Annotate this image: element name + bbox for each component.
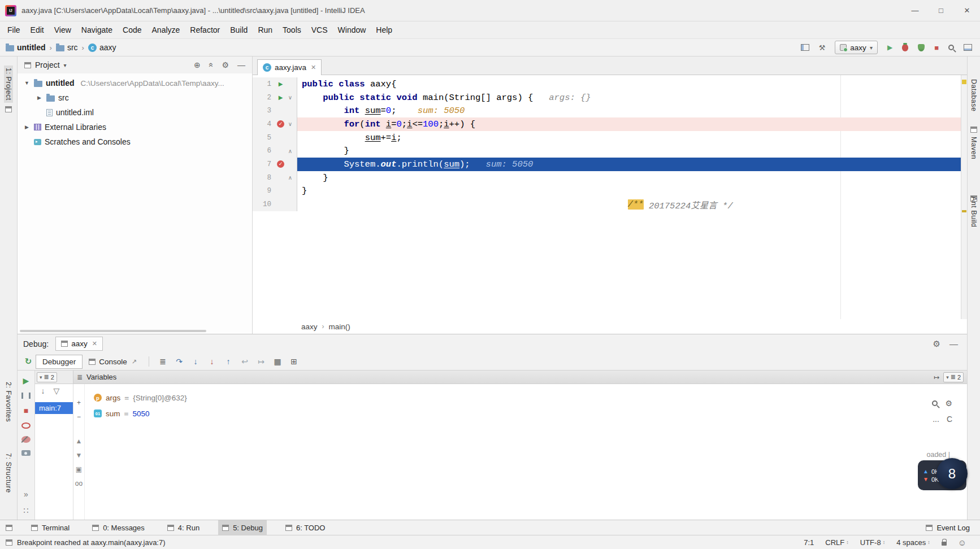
toolwindow-switcher-icon[interactable] [6,525,12,531]
menu-build[interactable]: Build [225,23,253,37]
move-watch-down-icon[interactable]: ▼ [75,451,84,459]
close-tab-icon[interactable]: ✕ [311,64,316,71]
toolwindow-button-6-todo[interactable]: 6: TODO [281,520,329,535]
view-as-table-icon[interactable]: ▦ [273,357,282,366]
run-gutter-icon[interactable]: ▶ [279,94,283,101]
add-watch-icon[interactable]: + [75,399,84,407]
code-text[interactable]: public class aaxy{ [297,77,961,91]
search-icon[interactable] [932,400,938,406]
view-breakpoints-icon[interactable] [21,422,31,429]
frame-main[interactable]: main:7 [35,402,73,414]
camera-icon[interactable] [21,450,31,456]
encoding-widget[interactable]: UTF-8 ↕ [860,538,885,547]
more-icon[interactable]: » [21,490,31,499]
mute-breakpoints-icon[interactable] [21,436,31,443]
fold-icon[interactable]: ∧ [286,175,294,181]
fold-icon[interactable]: ∨ [286,121,294,127]
chevron-down-icon[interactable]: ▾ [64,62,67,68]
sidebar-item-ant-build[interactable]: Ant Build [970,197,978,228]
thread-selector[interactable]: ▾ ≣ 2 [37,372,57,382]
switcher-grid-icon[interactable]: ∷ [21,506,31,515]
breadcrumb-aaxy[interactable]: caaxy [88,43,116,52]
tree-item-src[interactable]: ▶src [18,90,252,105]
pin-icon[interactable]: ↦ [934,373,939,381]
minimize-button[interactable]: — [902,0,928,21]
sort-frames-icon[interactable]: ↓ [38,386,47,395]
code-editor[interactable]: 1▶public class aaxy{2▶∨ public static vo… [253,75,961,319]
more-button[interactable]: ... [933,415,939,424]
view-selector[interactable]: ▾ ≣ 2 [943,372,964,382]
tab-debugger[interactable]: Debugger [36,355,83,369]
remove-watch-icon[interactable]: − [75,413,84,421]
tree-item-scratches-and-consoles[interactable]: Scratches and Consoles [18,134,252,149]
close-button[interactable]: ✕ [954,0,980,21]
project-toolwindow-icon[interactable] [5,106,12,112]
menu-view[interactable]: View [49,23,76,37]
fold-icon[interactable]: ∨ [286,94,294,101]
hector-icon[interactable]: ☺ [958,538,966,547]
menu-analyze[interactable]: Analyze [147,23,185,37]
horizontal-scrollbar[interactable] [20,330,206,332]
toolwindow-button-4-run[interactable]: 4: Run [163,520,203,535]
sidebar-item-project[interactable]: 1: Project [4,66,13,103]
sidebar-item-structure[interactable]: 7: Structure [5,453,12,493]
run-gutter-icon[interactable]: ▶ [279,81,283,87]
maven-toolwindow-icon[interactable] [970,127,977,133]
tree-item-untitled-iml[interactable]: untitled.iml [18,105,252,120]
warning-mark[interactable] [962,210,966,212]
breakpoint-icon[interactable]: ✓ [277,120,284,128]
toolwindow-button-terminal[interactable]: Terminal [27,520,73,535]
code-text[interactable]: sum+=i; [297,131,961,145]
menu-code[interactable]: Code [118,23,146,37]
drop-frame-icon[interactable]: ↩ [240,357,249,366]
stop-icon[interactable]: ■ [21,406,31,415]
tree-arrow-icon[interactable]: ▼ [23,80,31,86]
show-execution-point-icon[interactable]: ≣ [158,357,167,366]
debug-session-tab[interactable]: aaxy ✕ [55,337,103,351]
warning-mark[interactable] [962,80,966,84]
breakpoint-icon[interactable]: ✓ [277,160,284,168]
search-everywhere-icon[interactable] [948,45,954,50]
breadcrumb-src[interactable]: src [56,43,78,52]
code-text[interactable]: } [297,144,961,158]
tree-item-untitled[interactable]: ▼untitledC:\Users\acer\AppData\Local\Tem… [18,76,252,90]
code-text[interactable]: int sum=0; sum: 5050 [297,104,961,117]
menu-run[interactable]: Run [253,23,277,37]
editor-breadcrumb-main[interactable]: main() [329,323,350,331]
menu-edit[interactable]: Edit [25,23,49,37]
tree-arrow-icon[interactable]: ▶ [36,95,43,101]
tree-item-external-libraries[interactable]: ▶External Libraries [18,120,252,134]
resume-icon[interactable]: ▶ [21,376,31,385]
editor-tab-aaxy[interactable]: c aaxy.java ✕ [257,59,322,75]
duplicate-watch-icon[interactable]: ▣ [75,465,84,473]
show-watches-icon[interactable]: oo [75,480,84,487]
caret-position[interactable]: 7:1 [804,538,814,547]
sidebar-item-favorites[interactable]: 2: Favorites [5,382,12,422]
fold-icon[interactable]: ∧ [286,148,294,154]
menu-file[interactable]: File [2,23,25,37]
run-to-cursor-icon[interactable]: ↦ [257,357,266,366]
sidebar-item-database[interactable]: Database [970,79,978,112]
coverage-button[interactable] [918,44,925,51]
filter-frames-icon[interactable]: ▽ [52,386,61,395]
code-text[interactable]: } [297,171,961,185]
hide-panel-icon[interactable]: — [949,339,958,348]
toolwindow-button-0-messages[interactable]: 0: Messages [88,520,149,535]
stop-button[interactable]: ■ [934,43,939,52]
rerun-icon[interactable]: ↻ [21,356,36,367]
maximize-button[interactable]: □ [928,0,954,21]
toolwindow-toggle-icon[interactable] [6,539,12,546]
tree-arrow-icon[interactable]: ▶ [23,124,31,130]
step-out-icon[interactable]: ↑ [224,357,233,366]
code-text[interactable]: System.out.println(sum); sum: 5050 [297,158,961,171]
sidebar-item-maven[interactable]: Maven [970,137,978,159]
menu-vcs[interactable]: VCS [306,23,333,37]
line-ending-widget[interactable]: CRLF ↕ [825,538,848,547]
menu-window[interactable]: Window [333,23,371,37]
gear-icon[interactable]: ⚙ [933,339,940,349]
tab-console[interactable]: Console ↗ [83,355,143,369]
menu-tools[interactable]: Tools [277,23,306,37]
layout-settings-icon[interactable]: ⊞ [289,357,298,366]
menu-help[interactable]: Help [371,23,397,37]
breadcrumb-untitled[interactable]: untitled [6,43,46,52]
